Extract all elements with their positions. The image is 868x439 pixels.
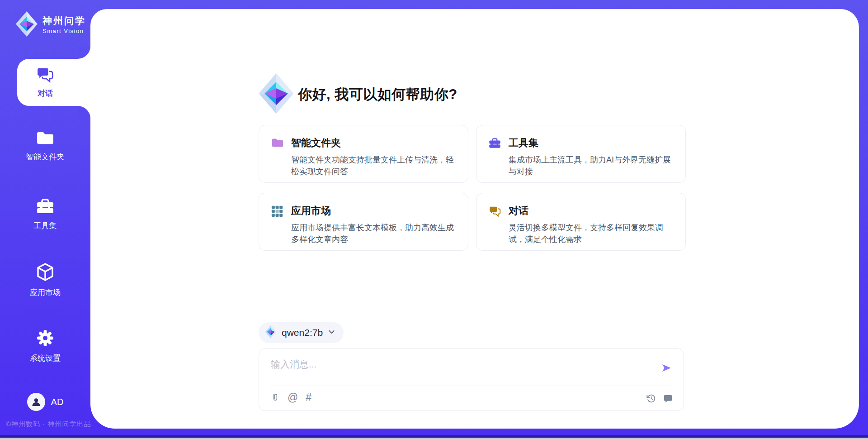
chat-icon [489, 204, 501, 250]
sidebar-item-label: 应用市场 [30, 287, 61, 298]
sidebar-item-toolset[interactable]: 工具集 [0, 198, 90, 231]
card-title: 对话 [509, 204, 677, 218]
card-smart-folder[interactable]: 智能文件夹 智能文件夹功能支持批量文件上传与清洗，轻松实现文件问答 [259, 125, 468, 183]
main-panel: 你好, 我可以如何帮助你? 智能文件夹 智能文件夹功能支持批量文件上传与清洗，轻… [90, 9, 859, 429]
sidebar-item-app-market[interactable]: 应用市场 [0, 262, 90, 298]
user-account[interactable]: AD [0, 393, 90, 411]
brand-subtitle: Smart Vision [42, 28, 86, 34]
sidebar-item-label: 工具集 [34, 220, 57, 231]
card-description: 灵活切换多模型文件，支持多样回复效果调试，满足个性化需求 [509, 222, 677, 245]
grid-icon [271, 204, 284, 250]
tab-fillet-bottom [78, 106, 90, 119]
gear-icon [36, 329, 54, 349]
brand-diamond-icon [258, 72, 294, 116]
sidebar-item-settings[interactable]: 系统设置 [0, 329, 90, 363]
message-composer: @ # [259, 348, 684, 411]
card-app-market[interactable]: 应用市场 应用市场提供丰富长文本模板，助力高效生成多样化文章内容 [259, 193, 468, 251]
folder-icon [36, 130, 55, 148]
feature-cards: 智能文件夹 智能文件夹功能支持批量文件上传与清洗，轻松实现文件问答 工具集 集成… [259, 125, 686, 251]
message-input[interactable] [271, 355, 660, 373]
card-chat[interactable]: 对话 灵活切换多模型文件，支持多样回复效果调试，满足个性化需求 [476, 193, 686, 251]
composer-divider [270, 386, 673, 386]
greeting-text: 你好, 我可以如何帮助你? [298, 85, 458, 104]
attachment-icon[interactable] [271, 392, 280, 403]
sidebar-item-chat[interactable]: 对话 [17, 59, 90, 106]
sidebar-item-label: 系统设置 [30, 353, 61, 363]
chevron-down-icon [328, 328, 335, 338]
toolbox-icon [36, 198, 54, 216]
toolbox-icon [489, 136, 501, 182]
model-selector[interactable]: qwen2:7b [259, 322, 344, 343]
sidebar-item-label: 智能文件夹 [26, 152, 65, 162]
card-title: 智能文件夹 [291, 136, 460, 150]
tab-fillet-top [78, 46, 90, 59]
folder-icon [271, 136, 284, 182]
user-name: AD [51, 397, 64, 407]
send-icon[interactable] [660, 363, 673, 374]
avatar [27, 393, 45, 411]
mention-icon[interactable]: @ [288, 392, 298, 403]
card-description: 应用市场提供丰富长文本模板，助力高效生成多样化文章内容 [291, 222, 460, 245]
greeting: 你好, 我可以如何帮助你? [258, 72, 458, 116]
message-icon[interactable] [663, 394, 673, 403]
card-description: 智能文件夹功能支持批量文件上传与清洗，轻松实现文件问答 [291, 154, 460, 177]
brand-diamond-icon [15, 11, 38, 39]
card-toolset[interactable]: 工具集 集成市场上主流工具，助力AI与外界无缝扩展与对接 [476, 125, 686, 183]
history-icon[interactable] [646, 394, 656, 403]
brand-diamond-icon [265, 325, 277, 340]
chat-icon [36, 67, 54, 85]
brand: 神州问学 Smart Vision [15, 11, 86, 39]
cube-icon [36, 262, 54, 283]
brand-name: 神州问学 [42, 15, 86, 26]
model-name: qwen2:7b [282, 327, 323, 338]
sidebar-item-label: 对话 [38, 88, 53, 99]
card-title: 工具集 [509, 136, 677, 150]
card-title: 应用市场 [291, 204, 460, 218]
topic-icon[interactable]: # [306, 392, 311, 403]
sidebar-footer: ©神州数码 · 神州问学出品 [6, 420, 91, 429]
sidebar-item-smart-folder[interactable]: 智能文件夹 [0, 130, 90, 162]
card-description: 集成市场上主流工具，助力AI与外界无缝扩展与对接 [509, 154, 677, 177]
